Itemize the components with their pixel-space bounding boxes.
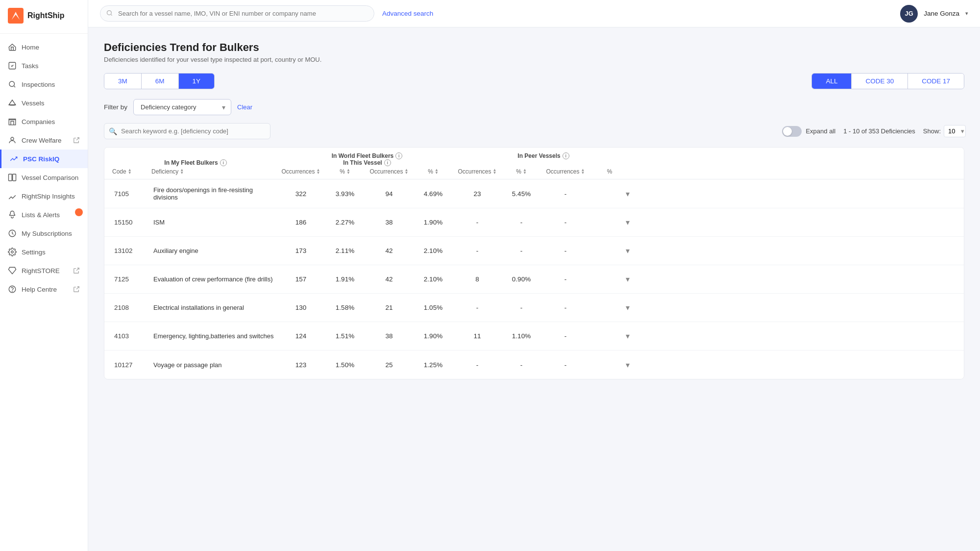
- cell-peer-pct: 4.69%: [411, 183, 455, 204]
- this-vessel-label: In This Vessel: [343, 159, 382, 166]
- sidebar-item-vessels[interactable]: Vessels: [0, 94, 88, 112]
- show-count-select[interactable]: 10 25 50: [944, 125, 966, 137]
- row-expand-button[interactable]: ▾: [588, 353, 632, 376]
- table-row: 10127 Voyage or passage plan 123 1.50% 2…: [104, 351, 964, 379]
- vessel-occurrences-col[interactable]: Occurrences ▲▼: [543, 168, 588, 175]
- fleet-occurrences-col[interactable]: Occurrences ▲▼: [455, 168, 499, 175]
- sidebar-item-home[interactable]: Home: [0, 38, 88, 56]
- code-sub-col[interactable]: Code ▲▼: [112, 168, 151, 175]
- cell-wf-pct: 1.51%: [323, 326, 367, 347]
- sidebar-item-lists-alerts[interactable]: Lists & Alerts: [0, 205, 88, 224]
- cell-code: 4103: [112, 326, 151, 347]
- time-filter-3m[interactable]: 3M: [104, 74, 142, 89]
- row-expand-button[interactable]: ▾: [588, 239, 632, 262]
- peer-vessels-label: In Peer Vessels: [517, 152, 560, 159]
- wf-pct-sort-icon: ▲▼: [346, 169, 350, 175]
- peer-occurrences-col[interactable]: Occurrences ▲▼: [367, 168, 411, 175]
- peer-pct-col[interactable]: % ▲▼: [411, 168, 455, 175]
- cell-peer-pct: 1.90%: [411, 326, 455, 347]
- cell-fleet-pct: 1.10%: [499, 326, 543, 347]
- sidebar-item-crew-welfare[interactable]: Crew Welfare: [0, 131, 88, 150]
- row-expand-button[interactable]: ▾: [588, 182, 632, 205]
- table-row: 4103 Emergency, lighting,batteries and s…: [104, 322, 964, 351]
- table-row: 7105 Fire doors/openings in fire-resisti…: [104, 179, 964, 208]
- my-fleet-group-header: In My Fleet Bulkers i: [112, 159, 279, 166]
- sidebar-item-rightstore[interactable]: RightSTORE: [0, 261, 88, 280]
- cell-wf-occ: 186: [279, 212, 323, 233]
- deficiency-category-select[interactable]: Deficiency category: [133, 99, 231, 115]
- sidebar-item-settings[interactable]: Settings: [0, 243, 88, 261]
- cell-wf-occ: 130: [279, 297, 323, 318]
- fleet-pct-col[interactable]: % ▲▼: [499, 168, 543, 175]
- cell-peer-pct: 2.10%: [411, 269, 455, 290]
- expand-all-toggle[interactable]: [782, 126, 802, 137]
- rightstore-icon: [8, 266, 17, 275]
- sidebar-item-rightship-insights[interactable]: RightShip Insights: [0, 187, 88, 205]
- wf-pct-col[interactable]: % ▲▼: [323, 168, 367, 175]
- lists-alerts-badge: [75, 208, 83, 216]
- cell-peer-occ: 42: [367, 269, 411, 290]
- advanced-search-link[interactable]: Advanced search: [382, 10, 433, 17]
- row-expand-button[interactable]: ▾: [588, 325, 632, 348]
- global-search-input[interactable]: [100, 5, 374, 22]
- sidebar-item-my-subscriptions[interactable]: My Subscriptions: [0, 224, 88, 243]
- deficiencies-table: In World Fleet Bulkers i In Peer Vessels…: [104, 147, 964, 379]
- cell-peer-occ: 38: [367, 326, 411, 347]
- time-filter-6m[interactable]: 6M: [142, 74, 179, 89]
- external-link-icon-2: [73, 267, 80, 274]
- code-filter-30[interactable]: CODE 30: [852, 74, 908, 89]
- cell-peer-pct: 1.05%: [411, 297, 455, 318]
- cell-wf-occ: 157: [279, 269, 323, 290]
- cell-wf-pct: 1.50%: [323, 354, 367, 376]
- code-sort-icon: ▲▼: [128, 169, 132, 175]
- my-fleet-info-icon[interactable]: i: [220, 159, 227, 166]
- cell-peer-occ: 42: [367, 240, 411, 261]
- right-controls: Expand all 1 - 10 of 353 Deficiencies Sh…: [782, 125, 964, 137]
- cell-deficiency: Auxiliary engine: [151, 240, 279, 261]
- row-expand-button[interactable]: ▾: [588, 296, 632, 319]
- sidebar-item-home-label: Home: [22, 44, 39, 51]
- crew-welfare-icon: [8, 136, 17, 145]
- clear-filter-link[interactable]: Clear: [237, 103, 252, 111]
- insights-icon: [8, 192, 17, 200]
- cell-wf-pct: 1.58%: [323, 297, 367, 318]
- toggle-knob: [783, 127, 792, 136]
- sidebar-item-vessel-comparison[interactable]: Vessel Comparison: [0, 168, 88, 187]
- this-vessel-info-icon[interactable]: i: [384, 159, 391, 166]
- peer-occ-sort-icon: ▲▼: [405, 169, 409, 175]
- keyword-search-input[interactable]: [104, 123, 270, 139]
- sidebar-item-inspections[interactable]: Inspections: [0, 75, 88, 94]
- settings-icon: [8, 248, 17, 256]
- user-menu-chevron[interactable]: ▾: [965, 10, 968, 17]
- cell-fleet-occ: -: [455, 354, 499, 376]
- svg-rect-8: [13, 174, 16, 181]
- svg-point-13: [12, 291, 13, 291]
- world-fleet-info-icon[interactable]: i: [395, 152, 402, 159]
- sidebar-item-tasks[interactable]: Tasks: [0, 56, 88, 75]
- time-filter-1y[interactable]: 1Y: [179, 74, 215, 89]
- sidebar-item-companies-label: Companies: [22, 118, 55, 125]
- code-filter-all[interactable]: ALL: [812, 74, 852, 89]
- row-expand-button[interactable]: ▾: [588, 268, 632, 291]
- vessel-pct-col[interactable]: %: [588, 168, 632, 175]
- code-filter-17[interactable]: CODE 17: [908, 74, 964, 89]
- sidebar-item-psc-riskiq[interactable]: PSC RiskIQ: [0, 150, 88, 168]
- sidebar-item-companies[interactable]: Companies: [0, 112, 88, 131]
- world-fleet-label: In World Fleet Bulkers: [332, 152, 393, 159]
- peer-vessels-info-icon[interactable]: i: [563, 152, 569, 159]
- cell-vessel-occ: -: [543, 212, 588, 233]
- table-header: In World Fleet Bulkers i In Peer Vessels…: [104, 148, 964, 179]
- deficiency-sub-col[interactable]: Deficiency ▲▼: [151, 168, 279, 175]
- sidebar-nav: Home Tasks Inspections Vessels Companies…: [0, 34, 88, 551]
- logo: RightShip: [0, 0, 88, 34]
- cell-peer-pct: 1.25%: [411, 354, 455, 376]
- page-subtitle: Deficiencies identified for your vessel …: [104, 56, 964, 63]
- svg-point-6: [11, 137, 14, 140]
- row-expand-button[interactable]: ▾: [588, 211, 632, 234]
- svg-rect-5: [9, 120, 16, 125]
- vessel-occ-sort-icon: ▲▼: [581, 169, 585, 175]
- home-icon: [8, 43, 17, 51]
- sidebar-item-help-centre[interactable]: Help Centre: [0, 280, 88, 299]
- wf-occurrences-col[interactable]: Occurrences ▲▼: [279, 168, 323, 175]
- cell-deficiency: Electrical installations in general: [151, 297, 279, 318]
